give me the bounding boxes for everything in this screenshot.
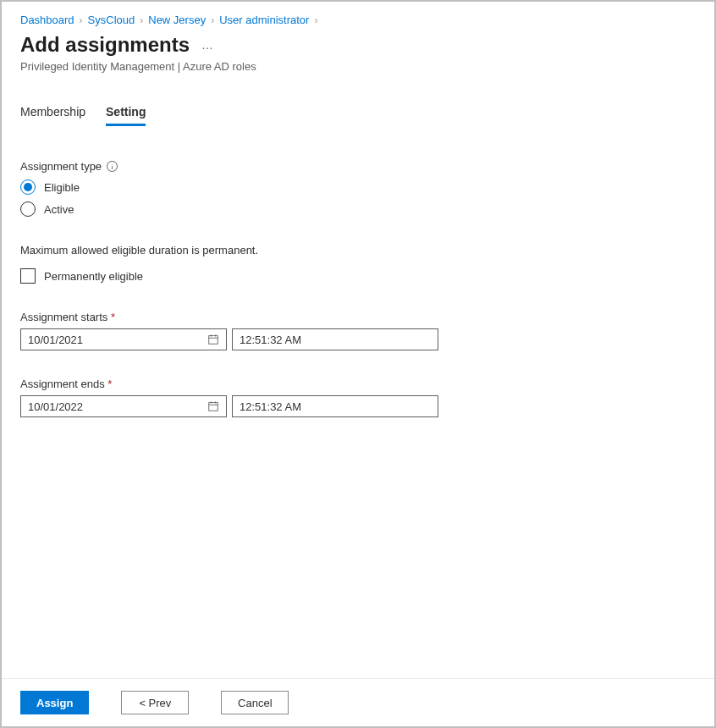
info-icon[interactable]: i — [107, 161, 118, 172]
breadcrumb-dashboard[interactable]: Dashboard — [20, 14, 74, 26]
radio-eligible-label: Eligible — [44, 181, 80, 194]
assignment-ends-label: Assignment ends * — [20, 378, 696, 390]
assignment-type-label-text: Assignment type — [20, 160, 102, 173]
duration-note: Maximum allowed eligible duration is per… — [20, 244, 696, 256]
checkbox-icon — [20, 268, 36, 284]
more-icon[interactable]: … — [201, 38, 214, 52]
start-date-value: 10/01/2021 — [28, 334, 83, 346]
calendar-icon — [207, 334, 219, 345]
tab-membership[interactable]: Membership — [20, 105, 85, 126]
chevron-right-icon: › — [314, 14, 317, 26]
tabs: Membership Setting — [20, 105, 696, 126]
breadcrumb-user-administrator[interactable]: User administrator — [219, 14, 309, 26]
prev-button[interactable]: < Prev — [121, 691, 189, 714]
checkbox-permanently-eligible[interactable]: Permanently eligible — [20, 268, 696, 284]
start-date-input[interactable]: 10/01/2021 — [20, 328, 227, 350]
start-time-input[interactable] — [232, 328, 438, 350]
assignment-starts-label: Assignment starts * — [20, 311, 696, 323]
page-subtitle: Privileged Identity Management | Azure A… — [20, 60, 696, 73]
chevron-right-icon: › — [211, 14, 214, 26]
breadcrumb: Dashboard › SysCloud › New Jersey › User… — [20, 14, 696, 26]
cancel-button[interactable]: Cancel — [221, 691, 289, 714]
breadcrumb-newjersey[interactable]: New Jersey — [148, 14, 206, 26]
radio-active[interactable]: Active — [20, 201, 696, 217]
radio-active-label: Active — [44, 203, 74, 216]
chevron-right-icon: › — [80, 14, 83, 26]
radio-eligible[interactable]: Eligible — [20, 179, 696, 195]
radio-icon — [20, 201, 36, 217]
end-date-value: 10/01/2022 — [28, 400, 83, 413]
end-time-input[interactable] — [232, 395, 438, 417]
calendar-icon — [207, 400, 219, 412]
assign-button[interactable]: Assign — [20, 691, 89, 714]
breadcrumb-syscloud[interactable]: SysCloud — [88, 14, 135, 26]
svg-rect-4 — [209, 403, 218, 411]
radio-icon — [20, 179, 36, 195]
assignment-type-label: Assignment type i — [20, 160, 696, 173]
page-title: Add assignments — [20, 33, 190, 57]
tab-setting[interactable]: Setting — [106, 105, 146, 126]
chevron-right-icon: › — [140, 14, 143, 26]
permanently-eligible-label: Permanently eligible — [44, 270, 143, 283]
footer: Assign < Prev Cancel — [2, 678, 714, 726]
svg-rect-0 — [209, 336, 218, 345]
end-date-input[interactable]: 10/01/2022 — [20, 395, 227, 417]
